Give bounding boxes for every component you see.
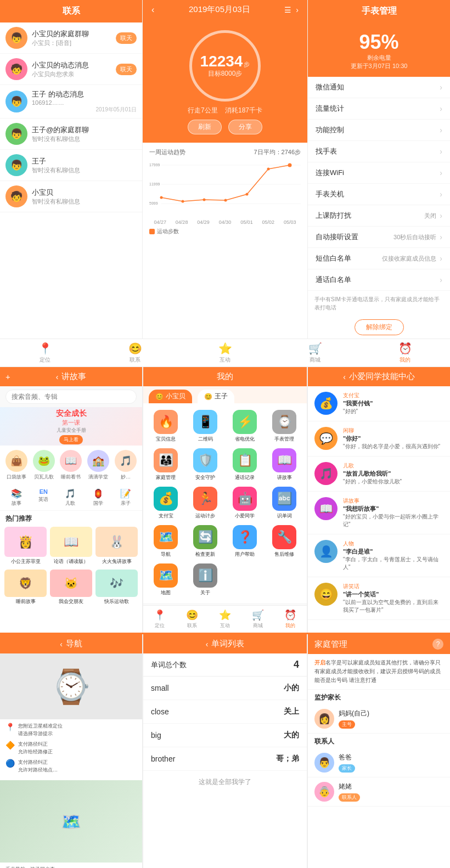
xiaoai-back-arrow[interactable]: ‹	[343, 373, 346, 381]
app-item[interactable]: 📖 讲故事	[267, 448, 301, 481]
skill-item[interactable]: 🎵 儿歌 "放首儿歌给我听" "好的，小爱给你放儿歌"	[308, 456, 450, 492]
watch-menu-item[interactable]: 功能控制 ›	[308, 120, 450, 141]
word-row[interactable]: close 关上	[143, 700, 307, 724]
tab-baby[interactable]: 😊 小宝贝	[149, 390, 192, 403]
dad-info: 爸爸 家长	[339, 753, 443, 773]
watch-menu-item[interactable]: 连接WiFi ›	[308, 162, 450, 184]
cat-story[interactable]: 📚 故事	[11, 488, 22, 507]
words-back-arrow[interactable]: ‹	[206, 640, 209, 649]
nav-back-arrow[interactable]: ‹	[60, 640, 63, 649]
watch-menu-item[interactable]: 上课防打扰 关闭 ›	[308, 205, 450, 227]
contact-item[interactable]: 🧒 小宝贝的动态消息 小宝贝向您求亲 联天	[0, 54, 142, 85]
contact-item[interactable]: 👦 王子 的动态消息 106912…… 2019年05月01日	[0, 85, 142, 119]
watch-menu-item[interactable]: 短信白名单 仅接收家庭成员信息 ›	[308, 248, 450, 269]
app-item[interactable]: 🔤 识单词	[267, 487, 301, 520]
skill-item[interactable]: 👤 人物 "李白是谁" "李白，字太白，号青莲居士，又号谪仙人"	[308, 534, 450, 577]
skill-item[interactable]: 😄 讲笑话 "讲一个笑话" "以前一直以为空气是免费的，直到后来我买了一包薯片"	[308, 577, 450, 620]
story-icon-read[interactable]: 📖 睡前看书	[60, 450, 82, 481]
app-item[interactable]: 📱 二维码	[188, 410, 222, 443]
my-nav-contact[interactable]: 😊 联系	[186, 609, 198, 629]
svg-point-7	[182, 200, 184, 203]
my-nav-locate[interactable]: 📍 定位	[154, 609, 166, 629]
my-nav-shop[interactable]: 🛒 商城	[252, 609, 264, 629]
cat-english[interactable]: EN 英语	[38, 488, 48, 507]
app-item[interactable]: ⚡ 省电优化	[228, 410, 262, 443]
nav-item-locate[interactable]: 📍 定位	[0, 342, 90, 364]
nav-item-my[interactable]: ⏰ 我的	[360, 342, 450, 364]
watch-bottom-note: 手中有SIM卡开通电话显示，只有家庭成员才能给手表打电话	[308, 291, 450, 316]
contact-btn[interactable]: 联天	[116, 32, 137, 44]
contact-btn[interactable]: 联天	[116, 64, 137, 75]
word-row[interactable]: big 大的	[143, 724, 307, 747]
nav-item-contact[interactable]: 😊 联系	[90, 342, 180, 364]
app-item[interactable]: ℹ️ 关于	[188, 563, 222, 596]
my-nav-interact[interactable]: ⭐ 互动	[219, 609, 231, 629]
story-back-arrow[interactable]: ‹	[56, 373, 59, 381]
story-icon-nursery[interactable]: 🐸 贝瓦儿歌	[33, 450, 55, 481]
app-item[interactable]: 🔄 检查更新	[188, 525, 222, 558]
contact-info: 小宝贝的家庭群聊 小宝贝：[语音]	[32, 29, 111, 47]
app-item[interactable]: 🗺️ 导航	[149, 525, 183, 558]
watch-menu-item[interactable]: 微信通知 ›	[308, 77, 450, 98]
app-item[interactable]: 👨‍👩‍👧 家庭管理	[149, 448, 183, 481]
app-item[interactable]: 🔧 售后维修	[267, 525, 301, 558]
watch-menu-item[interactable]: 自动接听设置 30秒后自动接听 ›	[308, 227, 450, 248]
my-nav-my[interactable]: ⏰ 我的	[284, 609, 296, 629]
story-icon-school[interactable]: 🏫 滴滴学堂	[87, 450, 109, 481]
app-item[interactable]: ❓ 用户帮助	[228, 525, 262, 558]
unlock-btn[interactable]: 解除绑定	[355, 319, 404, 335]
back-arrow[interactable]: ‹	[151, 5, 154, 15]
nav-item-interact[interactable]: ⭐ 互动	[180, 342, 270, 364]
word-row[interactable]: small 小的	[143, 677, 307, 700]
app-icon: ℹ️	[193, 563, 217, 588]
story-icon-more[interactable]: 🎵 妙…	[115, 450, 137, 481]
tab-prince[interactable]: 😊 王子	[198, 390, 234, 403]
family-contact-title: 联系人	[308, 734, 450, 748]
navigation-panel: ‹ 导航 ⌚ 📍 您附近卫星精准定位 请选择导游提示 🔶 支付路径纠正 允许给经…	[0, 634, 143, 868]
family-help-icon[interactable]: ?	[432, 639, 443, 650]
app-item[interactable]: 🛡️ 安全守护	[188, 448, 222, 481]
cat-classic[interactable]: 🏮 国学	[93, 488, 104, 507]
app-item[interactable]: 🤖 小爱同学	[228, 487, 262, 520]
xiaoai-panel: ‹ 小爱同学技能中心 💰 支付宝 "我要付钱" "好的" 💬 闲聊 "你好" "…	[307, 367, 450, 633]
contact-item[interactable]: 👦 王子 智时没有私聊信息	[0, 150, 142, 181]
nav-item-shop[interactable]: 🛒 商城	[270, 342, 360, 364]
story-banner[interactable]: 安全成长 第一课 儿童安全手册 马上看	[0, 407, 142, 446]
cat-parent[interactable]: 📝 亲子	[120, 488, 131, 507]
svg-point-11	[267, 168, 270, 171]
family-member-mom: 👩 妈妈(自己) 主号	[308, 704, 450, 734]
skill-item[interactable]: 💰 支付宝 "我要付钱" "好的"	[308, 386, 450, 421]
app-item[interactable]: 🔥 宝贝信息	[149, 410, 183, 443]
hot-item-3[interactable]: 🐰 火火兔讲故事	[95, 527, 138, 565]
watch-menu-item[interactable]: 找手表 ›	[308, 141, 450, 162]
steps-circle: 12234 步 目标8000步	[189, 30, 261, 102]
contact-item[interactable]: 👦 小宝贝的家庭群聊 小宝贝：[语音] 联天	[0, 22, 142, 54]
more-item-3[interactable]: 🎶 快乐运动歌	[95, 570, 138, 605]
hot-item-1[interactable]: 👸 小公主苏菲亚	[4, 527, 47, 565]
more-item-1[interactable]: 🦁 睡前故事	[4, 570, 47, 605]
share-btn[interactable]: 分享	[228, 120, 262, 134]
menu-icon[interactable]: ☰	[284, 5, 291, 14]
words-bottom: 这就是全部我学了	[143, 771, 307, 793]
cat-song[interactable]: 🎵 儿歌	[65, 488, 76, 507]
story-search-input[interactable]	[5, 390, 137, 404]
forward-arrow[interactable]: ›	[296, 5, 299, 14]
app-item[interactable]: 💰 支付宝	[149, 487, 183, 520]
skill-item[interactable]: 📖 讲故事 "我想听故事" "好的宝贝，小爱与你一起听米小圈上学记"	[308, 492, 450, 534]
contact-item[interactable]: 🧒 小宝贝 智时没有私聊信息	[0, 181, 142, 212]
watch-menu-item[interactable]: 流量统计 ›	[308, 98, 450, 120]
story-icon-pocket[interactable]: 👜 口袋故事	[5, 450, 27, 481]
more-item-2[interactable]: 🐱 我会交朋友	[50, 570, 92, 605]
word-row[interactable]: brother 哥；弟	[143, 747, 307, 771]
watch-menu-item[interactable]: 通话白名单 ›	[308, 269, 450, 291]
hot-item-2[interactable]: 📖 论语（诵读版）	[50, 527, 92, 565]
watch-menu-item[interactable]: 手表关机 ›	[308, 184, 450, 205]
app-item[interactable]: ⌚ 手表管理	[267, 410, 301, 443]
app-item[interactable]: 🗺️ 地图	[149, 563, 183, 596]
app-item[interactable]: 📋 通话记录	[228, 448, 262, 481]
skill-item[interactable]: 💬 闲聊 "你好" "你好，我的名字是小爱，很高兴遇到你"	[308, 421, 450, 456]
contact-item[interactable]: 👦 王子@的家庭群聊 智时没有私聊信息	[0, 119, 142, 150]
refresh-btn[interactable]: 刷新	[188, 120, 222, 134]
app-item[interactable]: 🏃 运动计步	[188, 487, 222, 520]
plus-icon[interactable]: +	[5, 372, 10, 381]
